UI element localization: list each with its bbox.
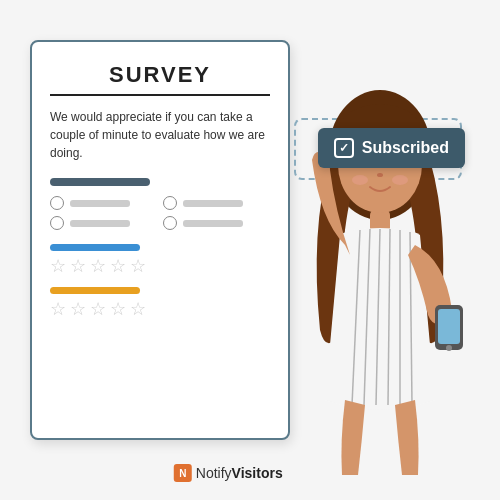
svg-point-9 bbox=[352, 175, 368, 185]
radio-circle[interactable] bbox=[50, 216, 64, 230]
main-container: SURVEY We would appreciate if you can ta… bbox=[0, 0, 500, 500]
star[interactable]: ☆ bbox=[70, 300, 86, 318]
brand-text: NotifyVisitors bbox=[196, 465, 283, 481]
radio-circle[interactable] bbox=[50, 196, 64, 210]
rating-bar-orange bbox=[50, 287, 140, 294]
subscribed-label: Subscribed bbox=[362, 139, 449, 157]
star[interactable]: ☆ bbox=[110, 300, 126, 318]
brand-name-part1: Notify bbox=[196, 465, 232, 481]
star[interactable]: ☆ bbox=[90, 257, 106, 275]
brand-icon-letter: N bbox=[179, 468, 186, 479]
svg-rect-18 bbox=[438, 309, 460, 344]
option-item[interactable] bbox=[163, 196, 270, 210]
radio-circle[interactable] bbox=[163, 216, 177, 230]
options-grid bbox=[50, 196, 270, 230]
svg-point-8 bbox=[377, 173, 383, 177]
star[interactable]: ☆ bbox=[90, 300, 106, 318]
star[interactable]: ☆ bbox=[50, 257, 66, 275]
option-item[interactable] bbox=[50, 196, 157, 210]
rating-section-2: ☆ ☆ ☆ ☆ ☆ bbox=[50, 287, 270, 318]
stars-row-1[interactable]: ☆ ☆ ☆ ☆ ☆ bbox=[50, 257, 270, 275]
subscribed-badge[interactable]: ✓ Subscribed bbox=[318, 128, 465, 168]
rating-section-1: ☆ ☆ ☆ ☆ ☆ bbox=[50, 244, 270, 275]
star[interactable]: ☆ bbox=[130, 300, 146, 318]
option-item[interactable] bbox=[50, 216, 157, 230]
question-line bbox=[50, 178, 150, 186]
option-label bbox=[70, 220, 130, 227]
star[interactable]: ☆ bbox=[50, 300, 66, 318]
svg-point-19 bbox=[446, 345, 452, 351]
brand-icon: N bbox=[174, 464, 192, 482]
rating-bar-blue bbox=[50, 244, 140, 251]
brand-name-part2: Visitors bbox=[232, 465, 283, 481]
svg-point-10 bbox=[392, 175, 408, 185]
option-item[interactable] bbox=[163, 216, 270, 230]
check-icon: ✓ bbox=[334, 138, 354, 158]
survey-card: SURVEY We would appreciate if you can ta… bbox=[30, 40, 290, 440]
option-label bbox=[183, 200, 243, 207]
option-label bbox=[70, 200, 130, 207]
survey-title: SURVEY bbox=[50, 62, 270, 96]
radio-circle[interactable] bbox=[163, 196, 177, 210]
survey-description: We would appreciate if you can take a co… bbox=[50, 108, 270, 162]
star[interactable]: ☆ bbox=[70, 257, 86, 275]
star[interactable]: ☆ bbox=[110, 257, 126, 275]
stars-row-2[interactable]: ☆ ☆ ☆ ☆ ☆ bbox=[50, 300, 270, 318]
star[interactable]: ☆ bbox=[130, 257, 146, 275]
checkmark: ✓ bbox=[339, 141, 349, 155]
option-label bbox=[183, 220, 243, 227]
brand-logo: N NotifyVisitors bbox=[174, 464, 283, 482]
